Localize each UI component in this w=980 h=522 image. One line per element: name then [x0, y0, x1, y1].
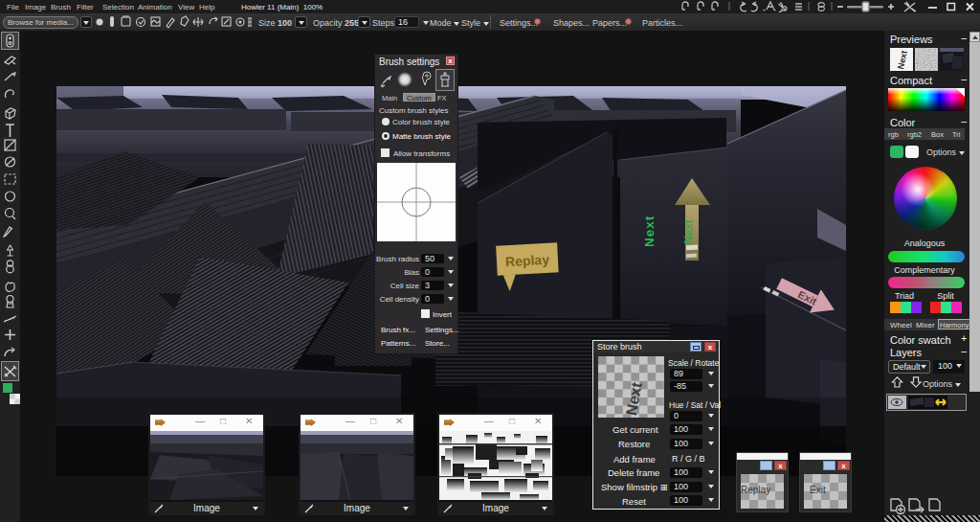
- svg-text:Next: Next: [642, 216, 657, 247]
- svg-text:Next: Next: [682, 219, 694, 243]
- svg-text:Replay: Replay: [505, 252, 550, 269]
